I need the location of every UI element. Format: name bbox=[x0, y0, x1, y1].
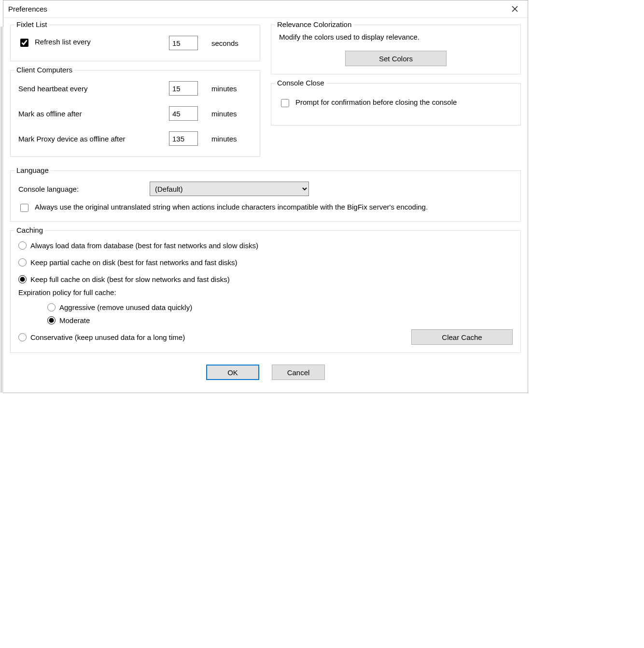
exp-moderate-radio[interactable] bbox=[47, 316, 56, 324]
ok-button[interactable]: OK bbox=[206, 365, 259, 380]
caching-legend: Caching bbox=[14, 226, 45, 234]
fixlet-list-group: Fixlet List Refresh list every seconds bbox=[10, 25, 260, 61]
proxy-offline-input[interactable] bbox=[169, 131, 198, 146]
language-legend: Language bbox=[14, 166, 51, 174]
refresh-list-label: Refresh list every bbox=[35, 38, 91, 46]
prompt-confirmation-checkbox[interactable] bbox=[281, 99, 289, 107]
caching-full-radio[interactable] bbox=[18, 275, 27, 283]
offline-input[interactable] bbox=[169, 106, 198, 121]
preferences-window: Preferences Fixlet List Refresh list eve… bbox=[3, 0, 528, 393]
content-area: Fixlet List Refresh list every seconds C… bbox=[3, 18, 528, 393]
window-title: Preferences bbox=[8, 5, 47, 13]
refresh-interval-input[interactable] bbox=[169, 36, 198, 50]
exp-aggressive-label: Aggressive (remove unused data quickly) bbox=[59, 303, 192, 311]
set-colors-button[interactable]: Set Colors bbox=[345, 51, 447, 66]
language-group: Language Console language: (Default) Alw… bbox=[10, 170, 521, 222]
console-close-group: Console Close Prompt for confirmation be… bbox=[271, 83, 521, 126]
client-computers-group: Client Computers Send heartbeat every mi… bbox=[10, 70, 260, 157]
client-computers-legend: Client Computers bbox=[14, 66, 74, 74]
exp-conservative-radio[interactable] bbox=[18, 333, 27, 341]
cancel-button[interactable]: Cancel bbox=[272, 365, 325, 380]
always-original-label: Always use the original untranslated str… bbox=[35, 203, 428, 211]
console-close-legend: Console Close bbox=[275, 79, 326, 87]
refresh-unit: seconds bbox=[211, 39, 238, 47]
fixlet-list-legend: Fixlet List bbox=[14, 20, 49, 28]
proxy-offline-label: Mark Proxy device as offline after bbox=[18, 135, 163, 143]
close-icon[interactable] bbox=[504, 1, 526, 17]
titlebar: Preferences bbox=[3, 0, 528, 18]
caching-always-label: Always load data from database (best for… bbox=[30, 241, 258, 250]
clear-cache-button[interactable]: Clear Cache bbox=[411, 329, 513, 345]
shadow bbox=[0, 27, 3, 393]
caching-always-row[interactable]: Always load data from database (best for… bbox=[18, 241, 513, 250]
relevance-legend: Relevance Colorization bbox=[275, 20, 353, 28]
expiration-policy-label: Expiration policy for full cache: bbox=[18, 288, 513, 296]
exp-aggressive-radio[interactable] bbox=[47, 303, 56, 311]
caching-partial-row[interactable]: Keep partial cache on disk (best for fas… bbox=[18, 258, 513, 267]
exp-moderate-row[interactable]: Moderate bbox=[47, 316, 513, 324]
relevance-desc: Modify the colors used to display releva… bbox=[279, 33, 513, 41]
offline-label: Mark as offline after bbox=[18, 110, 163, 118]
offline-unit: minutes bbox=[211, 110, 237, 118]
always-original-checkbox[interactable] bbox=[20, 204, 28, 212]
refresh-list-checkbox[interactable] bbox=[20, 39, 28, 47]
exp-moderate-label: Moderate bbox=[59, 316, 90, 324]
exp-aggressive-row[interactable]: Aggressive (remove unused data quickly) bbox=[47, 303, 513, 311]
exp-conservative-label: Conservative (keep unused data for a lon… bbox=[30, 333, 185, 341]
caching-partial-label: Keep partial cache on disk (best for fas… bbox=[30, 258, 238, 267]
caching-full-label: Keep full cache on disk (best for slow n… bbox=[30, 275, 230, 283]
caching-group: Caching Always load data from database (… bbox=[10, 230, 521, 353]
console-language-select[interactable]: (Default) bbox=[150, 182, 309, 196]
heartbeat-label: Send heartbeat every bbox=[18, 85, 163, 93]
exp-conservative-row[interactable]: Conservative (keep unused data for a lon… bbox=[18, 333, 185, 341]
heartbeat-input[interactable] bbox=[169, 81, 198, 96]
relevance-colorization-group: Relevance Colorization Modify the colors… bbox=[271, 25, 521, 74]
dialog-buttons: OK Cancel bbox=[10, 357, 521, 389]
heartbeat-unit: minutes bbox=[211, 85, 237, 93]
proxy-offline-unit: minutes bbox=[211, 135, 237, 143]
console-language-label: Console language: bbox=[18, 185, 144, 193]
caching-always-radio[interactable] bbox=[18, 241, 27, 250]
prompt-confirmation-label: Prompt for confirmation before closing t… bbox=[295, 98, 457, 106]
caching-full-row[interactable]: Keep full cache on disk (best for slow n… bbox=[18, 275, 513, 283]
caching-partial-radio[interactable] bbox=[18, 258, 27, 267]
